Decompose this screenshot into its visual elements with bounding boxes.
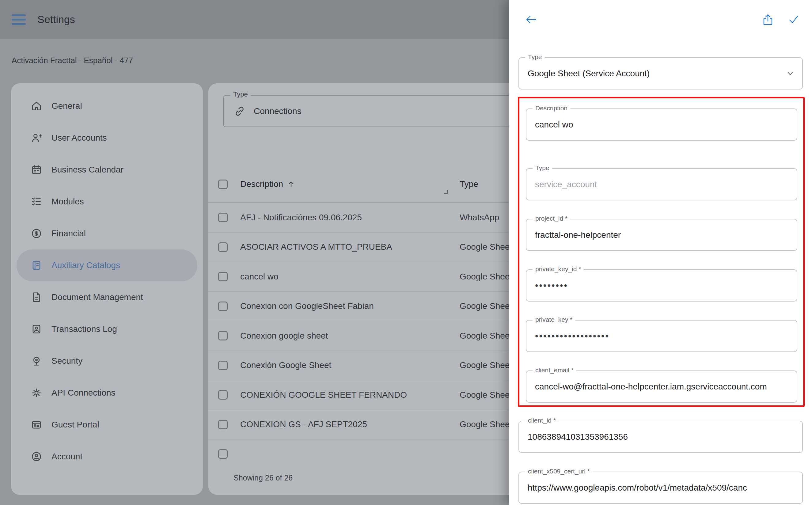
panel-header: [509, 0, 812, 39]
row-checkbox[interactable]: [218, 361, 228, 370]
back-button[interactable]: [523, 12, 538, 27]
row-description: Conexión Google Sheet: [240, 360, 331, 370]
sidebar-item-security[interactable]: Security: [17, 345, 197, 377]
column-header-description[interactable]: Description: [240, 179, 295, 189]
sidebar-item-modules[interactable]: Modules: [17, 186, 197, 217]
field-value: https://www.googleapis.com/robot/v1/meta…: [519, 472, 802, 503]
sidebar-item-label: Auxiliary Catalogs: [51, 261, 120, 270]
connection-detail-panel: Type Google Sheet (Service Account) Desc…: [509, 0, 812, 505]
link-icon: [233, 105, 246, 117]
row-type: WhatsApp: [460, 213, 499, 222]
row-checkbox[interactable]: [218, 272, 228, 281]
share-button[interactable]: [761, 12, 775, 27]
check-icon: [787, 13, 800, 26]
chevron-down-icon: [785, 68, 795, 79]
type-readonly-field[interactable]: Type service_account: [526, 168, 797, 200]
row-checkbox[interactable]: [218, 213, 228, 222]
sidebar-item-label: Business Calendar: [51, 165, 124, 175]
sidebar-item-user-accounts[interactable]: User Accounts: [17, 122, 197, 154]
type-filter-label: Type: [230, 91, 251, 99]
account-circle-icon: [31, 451, 42, 462]
row-description: CONEXIÓN GOOGLE SHEET FERNANDO: [240, 390, 407, 400]
row-checkbox[interactable]: [218, 420, 228, 429]
sidebar-item-business-calendar[interactable]: Business Calendar: [17, 154, 197, 186]
gear-network-icon: [31, 387, 42, 399]
checklist-icon: [31, 196, 42, 207]
row-checkbox[interactable]: [218, 331, 228, 340]
description-field[interactable]: Description cancel wo: [526, 109, 797, 141]
row-checkbox[interactable]: [218, 449, 228, 459]
settings-sidebar: General User Accounts Business Calendar …: [11, 83, 203, 495]
field-value: Google Sheet (Service Account): [519, 58, 802, 89]
sidebar-item-label: Modules: [51, 197, 84, 206]
client-id-field[interactable]: client_id * 108638941031353961356: [519, 421, 803, 453]
menu-icon[interactable]: [12, 14, 26, 25]
sidebar-item-label: General: [51, 101, 82, 111]
sidebar-item-financial[interactable]: Financial: [17, 217, 197, 249]
sidebar-item-document-management[interactable]: Document Management: [17, 281, 197, 313]
row-description: CONEXION GS - AFJ SEPT2025: [240, 419, 367, 429]
sidebar-item-auxiliary-catalogs[interactable]: Auxiliary Catalogs: [17, 249, 197, 281]
sidebar-item-guest-portal[interactable]: Guest Portal: [17, 409, 197, 441]
row-description: cancel wo: [240, 272, 278, 282]
sidebar-item-api-connections[interactable]: API Connections: [17, 377, 197, 409]
column-header-type[interactable]: Type: [460, 179, 478, 189]
field-label: private_key *: [533, 316, 575, 323]
page-title: Settings: [37, 13, 75, 25]
field-label: client_x509_cert_url *: [525, 468, 593, 475]
arrow-left-icon: [524, 13, 538, 26]
row-checkbox[interactable]: [218, 302, 228, 311]
select-all-checkbox[interactable]: [218, 180, 228, 189]
share-icon: [761, 13, 775, 26]
sidebar-item-account[interactable]: Account: [17, 441, 197, 473]
breadcrumb: Activación Fracttal - Español - 477: [12, 56, 133, 65]
client-email-field[interactable]: client_email * cancel-wo@fracttal-one-he…: [526, 370, 797, 403]
field-value: ••••••••: [527, 270, 797, 301]
field-label: client_id *: [525, 417, 559, 424]
row-checkbox[interactable]: [218, 390, 228, 399]
sidebar-item-general[interactable]: General: [17, 90, 197, 122]
row-description: Conexion con GoogleSheet Fabian: [240, 301, 374, 311]
user-add-icon: [31, 132, 42, 144]
field-label: Type: [533, 164, 552, 172]
document-icon: [31, 292, 42, 303]
connection-type-select[interactable]: Type Google Sheet (Service Account): [519, 57, 803, 90]
field-value: service_account: [527, 169, 797, 200]
catalog-icon: [31, 260, 42, 271]
sidebar-item-label: API Connections: [51, 388, 116, 398]
project-id-field[interactable]: project_id * fracttal-one-helpcenter: [526, 219, 797, 251]
private-key-id-field[interactable]: private_key_id * ••••••••: [526, 269, 797, 302]
field-value: 108638941031353961356: [519, 422, 802, 452]
badge-icon: [31, 323, 42, 335]
sidebar-item-label: Transactions Log: [51, 324, 117, 334]
field-value: fracttal-one-helpcenter: [527, 219, 797, 250]
confirm-button[interactable]: [786, 12, 801, 27]
client-x509-cert-url-field[interactable]: client_x509_cert_url * https://www.googl…: [519, 472, 803, 504]
field-label: Type: [525, 53, 545, 61]
private-key-field[interactable]: private_key * ••••••••••••••••••: [526, 320, 797, 352]
row-type: Google Shee: [460, 301, 510, 311]
sidebar-item-label: Financial: [51, 228, 86, 238]
row-type: Google Shee: [460, 331, 510, 341]
type-filter-value: Connections: [254, 106, 301, 116]
row-description: ASOCIAR ACTIVOS A MTTO_PRUEBA: [240, 242, 392, 252]
sidebar-item-label: Guest Portal: [51, 420, 99, 430]
row-type: Google Shee: [460, 242, 510, 252]
sidebar-item-label: Security: [51, 356, 82, 366]
row-checkbox[interactable]: [218, 242, 228, 252]
security-camera-icon: [31, 355, 42, 367]
row-type: Google Shee: [460, 272, 510, 282]
field-label: Description: [533, 105, 570, 112]
sidebar-item-label: User Accounts: [51, 133, 107, 143]
column-resize-mark: [444, 190, 448, 194]
dollar-circle-icon: [31, 228, 42, 239]
field-label: project_id *: [533, 215, 570, 222]
row-type: Google Shee: [460, 390, 510, 400]
sidebar-item-transactions-log[interactable]: Transactions Log: [17, 313, 197, 345]
sidebar-item-label: Document Management: [51, 292, 143, 302]
calendar-icon: [31, 164, 42, 176]
sort-ascending-icon: [287, 180, 295, 188]
validation-highlight-box: [518, 97, 805, 407]
field-value: ••••••••••••••••••: [527, 321, 797, 351]
field-label: private_key_id *: [533, 266, 584, 273]
